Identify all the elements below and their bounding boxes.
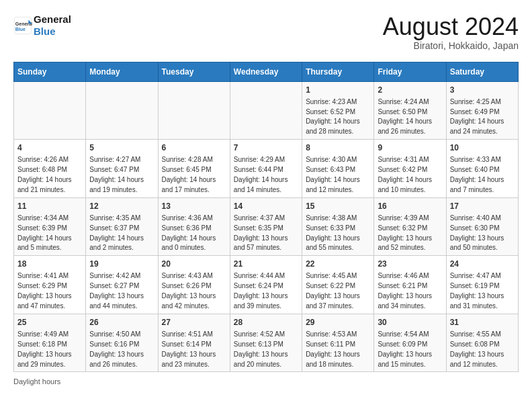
calendar-cell: 17Sunrise: 4:40 AM Sunset: 6:30 PM Dayli… [446, 197, 518, 256]
weekday-header-sunday: Sunday [14, 62, 86, 81]
calendar-cell: 26Sunrise: 4:50 AM Sunset: 6:16 PM Dayli… [86, 314, 158, 372]
calendar-cell: 11Sunrise: 4:34 AM Sunset: 6:39 PM Dayli… [14, 197, 86, 256]
day-number: 19 [89, 259, 154, 269]
day-info: Sunrise: 4:55 AM Sunset: 6:08 PM Dayligh… [450, 330, 504, 368]
calendar-cell: 20Sunrise: 4:43 AM Sunset: 6:26 PM Dayli… [158, 256, 230, 314]
day-number: 27 [162, 317, 226, 328]
day-number: 6 [162, 142, 226, 153]
day-number: 21 [234, 259, 298, 269]
day-info: Sunrise: 4:40 AM Sunset: 6:30 PM Dayligh… [450, 214, 504, 252]
day-number: 1 [306, 85, 370, 95]
logo: General Blue General Blue [13, 13, 71, 38]
calendar-week-row: 11Sunrise: 4:34 AM Sunset: 6:39 PM Dayli… [14, 197, 519, 256]
calendar-cell: 2Sunrise: 4:24 AM Sunset: 6:50 PM Daylig… [374, 81, 446, 140]
day-info: Sunrise: 4:26 AM Sunset: 6:48 PM Dayligh… [17, 156, 72, 193]
day-number: 23 [378, 259, 442, 269]
calendar-cell: 27Sunrise: 4:51 AM Sunset: 6:14 PM Dayli… [158, 314, 230, 372]
calendar-cell: 16Sunrise: 4:39 AM Sunset: 6:32 PM Dayli… [374, 197, 446, 256]
calendar-cell: 22Sunrise: 4:45 AM Sunset: 6:22 PM Dayli… [302, 256, 374, 314]
calendar-cell: 18Sunrise: 4:41 AM Sunset: 6:29 PM Dayli… [14, 256, 86, 314]
weekday-header-thursday: Thursday [302, 62, 374, 81]
day-info: Sunrise: 4:34 AM Sunset: 6:39 PM Dayligh… [17, 214, 72, 252]
day-number: 5 [89, 142, 154, 153]
logo-text: General Blue [34, 13, 71, 38]
day-number: 3 [450, 85, 515, 95]
day-number: 12 [89, 201, 154, 212]
weekday-header-row: SundayMondayTuesdayWednesdayThursdayFrid… [14, 62, 519, 81]
day-info: Sunrise: 4:42 AM Sunset: 6:27 PM Dayligh… [89, 272, 144, 310]
calendar-cell: 9Sunrise: 4:31 AM Sunset: 6:42 PM Daylig… [374, 140, 446, 198]
weekday-header-saturday: Saturday [446, 62, 518, 81]
calendar-cell: 31Sunrise: 4:55 AM Sunset: 6:08 PM Dayli… [446, 314, 518, 372]
day-info: Sunrise: 4:44 AM Sunset: 6:24 PM Dayligh… [234, 272, 288, 310]
month-year-title: August 2024 [383, 13, 519, 40]
day-number: 28 [234, 317, 298, 328]
day-number: 22 [306, 259, 370, 269]
calendar-cell: 21Sunrise: 4:44 AM Sunset: 6:24 PM Dayli… [230, 256, 302, 314]
calendar-cell: 23Sunrise: 4:46 AM Sunset: 6:21 PM Dayli… [374, 256, 446, 314]
day-number: 13 [162, 201, 226, 212]
day-info: Sunrise: 4:33 AM Sunset: 6:40 PM Dayligh… [450, 156, 504, 193]
calendar-cell: 24Sunrise: 4:47 AM Sunset: 6:19 PM Dayli… [446, 256, 518, 314]
calendar-cell: 25Sunrise: 4:49 AM Sunset: 6:18 PM Dayli… [14, 314, 86, 372]
logo-icon: General Blue [13, 16, 32, 35]
calendar-cell: 12Sunrise: 4:35 AM Sunset: 6:37 PM Dayli… [86, 197, 158, 256]
calendar-cell: 10Sunrise: 4:33 AM Sunset: 6:40 PM Dayli… [446, 140, 518, 198]
day-info: Sunrise: 4:43 AM Sunset: 6:26 PM Dayligh… [162, 272, 216, 310]
day-info: Sunrise: 4:46 AM Sunset: 6:21 PM Dayligh… [378, 272, 432, 310]
day-info: Sunrise: 4:29 AM Sunset: 6:44 PM Dayligh… [234, 156, 288, 193]
calendar-week-row: 18Sunrise: 4:41 AM Sunset: 6:29 PM Dayli… [14, 256, 519, 314]
day-info: Sunrise: 4:38 AM Sunset: 6:33 PM Dayligh… [306, 214, 360, 252]
day-info: Sunrise: 4:52 AM Sunset: 6:13 PM Dayligh… [234, 330, 288, 368]
day-info: Sunrise: 4:36 AM Sunset: 6:36 PM Dayligh… [162, 214, 216, 252]
calendar-week-row: 1Sunrise: 4:23 AM Sunset: 6:52 PM Daylig… [14, 81, 519, 140]
calendar-week-row: 25Sunrise: 4:49 AM Sunset: 6:18 PM Dayli… [14, 314, 519, 372]
calendar-cell: 29Sunrise: 4:53 AM Sunset: 6:11 PM Dayli… [302, 314, 374, 372]
day-number: 29 [306, 317, 370, 328]
calendar-cell [230, 81, 302, 140]
day-number: 26 [89, 317, 154, 328]
weekday-header-friday: Friday [374, 62, 446, 81]
day-number: 9 [378, 142, 442, 153]
day-number: 30 [378, 317, 442, 328]
day-info: Sunrise: 4:45 AM Sunset: 6:22 PM Dayligh… [306, 272, 360, 310]
day-number: 24 [450, 259, 515, 269]
calendar-cell: 1Sunrise: 4:23 AM Sunset: 6:52 PM Daylig… [302, 81, 374, 140]
weekday-header-tuesday: Tuesday [158, 62, 230, 81]
calendar-week-row: 4Sunrise: 4:26 AM Sunset: 6:48 PM Daylig… [14, 140, 519, 198]
day-number: 20 [162, 259, 226, 269]
day-info: Sunrise: 4:53 AM Sunset: 6:11 PM Dayligh… [306, 330, 360, 368]
calendar-cell: 13Sunrise: 4:36 AM Sunset: 6:36 PM Dayli… [158, 197, 230, 256]
day-number: 14 [234, 201, 298, 212]
day-info: Sunrise: 4:37 AM Sunset: 6:35 PM Dayligh… [234, 214, 288, 252]
calendar-cell: 15Sunrise: 4:38 AM Sunset: 6:33 PM Dayli… [302, 197, 374, 256]
day-number: 17 [450, 201, 515, 212]
calendar-cell: 7Sunrise: 4:29 AM Sunset: 6:44 PM Daylig… [230, 140, 302, 198]
calendar-body: 1Sunrise: 4:23 AM Sunset: 6:52 PM Daylig… [14, 81, 519, 372]
day-number: 18 [17, 259, 82, 269]
day-info: Sunrise: 4:41 AM Sunset: 6:29 PM Dayligh… [17, 272, 72, 310]
day-info: Sunrise: 4:54 AM Sunset: 6:09 PM Dayligh… [378, 330, 432, 368]
day-info: Sunrise: 4:51 AM Sunset: 6:14 PM Dayligh… [162, 330, 216, 368]
day-info: Sunrise: 4:31 AM Sunset: 6:42 PM Dayligh… [378, 156, 432, 193]
calendar-cell: 8Sunrise: 4:30 AM Sunset: 6:43 PM Daylig… [302, 140, 374, 198]
header: General Blue General Blue August 2024 Bi… [13, 13, 519, 51]
day-number: 15 [306, 201, 370, 212]
calendar-cell: 28Sunrise: 4:52 AM Sunset: 6:13 PM Dayli… [230, 314, 302, 372]
calendar-cell [14, 81, 86, 140]
svg-text:Blue: Blue [15, 27, 26, 32]
day-info: Sunrise: 4:49 AM Sunset: 6:18 PM Dayligh… [17, 330, 72, 368]
day-number: 25 [17, 317, 82, 328]
calendar-cell: 19Sunrise: 4:42 AM Sunset: 6:27 PM Dayli… [86, 256, 158, 314]
day-info: Sunrise: 4:23 AM Sunset: 6:52 PM Dayligh… [306, 98, 360, 136]
day-info: Sunrise: 4:30 AM Sunset: 6:43 PM Dayligh… [306, 156, 360, 193]
title-block: August 2024 Biratori, Hokkaido, Japan [383, 13, 519, 51]
day-info: Sunrise: 4:47 AM Sunset: 6:19 PM Dayligh… [450, 272, 504, 310]
day-number: 4 [17, 142, 82, 153]
day-number: 16 [378, 201, 442, 212]
day-number: 8 [306, 142, 370, 153]
day-number: 7 [234, 142, 298, 153]
weekday-header-wednesday: Wednesday [230, 62, 302, 81]
calendar-cell: 4Sunrise: 4:26 AM Sunset: 6:48 PM Daylig… [14, 140, 86, 198]
calendar-cell [158, 81, 230, 140]
